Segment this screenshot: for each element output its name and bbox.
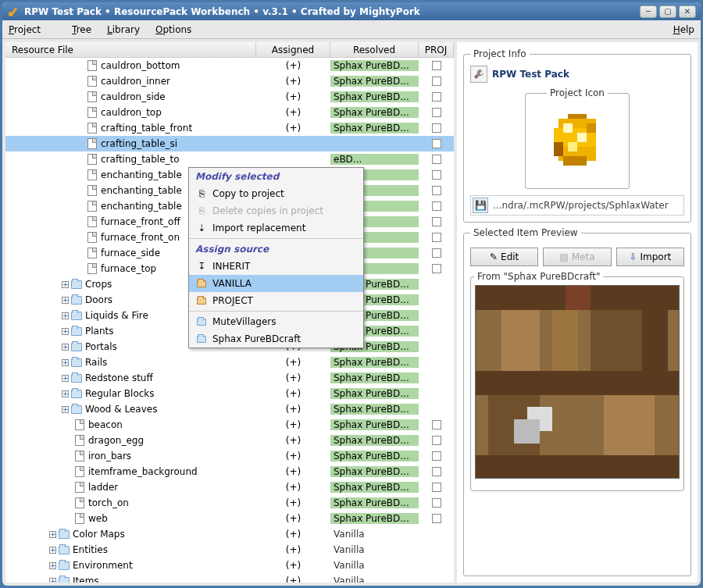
expand-icon[interactable]: + bbox=[62, 312, 69, 319]
col-assigned[interactable]: Assigned bbox=[256, 42, 330, 57]
expand-icon[interactable]: + bbox=[62, 344, 69, 351]
row-label: Wood & Leaves bbox=[85, 404, 157, 415]
expand-icon[interactable]: + bbox=[62, 328, 69, 335]
checkbox[interactable] bbox=[432, 201, 441, 211]
svg-rect-25 bbox=[552, 395, 591, 456]
table-row[interactable]: cauldron_top(+)Sphax PureBD... bbox=[5, 105, 454, 120]
table-row[interactable]: crafting_table_si bbox=[5, 136, 454, 151]
ctx-vanilla[interactable]: VANILLA bbox=[189, 275, 363, 292]
table-row[interactable]: crafting_table_front(+)Sphax PureBD... bbox=[5, 120, 454, 136]
table-row[interactable]: +Rails(+)Sphax PureBD... bbox=[5, 355, 454, 370]
cell-resolved: Sphax PureBD... bbox=[330, 513, 419, 524]
checkbox[interactable] bbox=[432, 248, 441, 258]
table-row[interactable]: +Color Maps(+)Vanilla bbox=[5, 526, 454, 542]
folder-icon bbox=[59, 529, 70, 540]
expand-icon[interactable]: + bbox=[62, 359, 69, 366]
expand-icon[interactable]: + bbox=[49, 547, 56, 554]
col-resource[interactable]: Resource File bbox=[5, 42, 256, 57]
ctx-copy[interactable]: ⎘Copy to project bbox=[189, 185, 363, 202]
expand-icon[interactable]: + bbox=[62, 375, 69, 382]
checkbox[interactable] bbox=[432, 61, 441, 70]
import-button[interactable]: ⇩Import bbox=[616, 248, 684, 266]
table-row[interactable]: crafting_table_toeBD... bbox=[5, 151, 454, 167]
table-row[interactable]: web(+)Sphax PureBD... bbox=[5, 511, 454, 526]
expand-icon[interactable]: + bbox=[62, 406, 69, 413]
col-proj[interactable]: PROJ bbox=[419, 42, 454, 57]
cell-assigned: (+) bbox=[256, 123, 330, 134]
menu-tree[interactable]: Tree bbox=[72, 24, 91, 35]
checkbox[interactable] bbox=[432, 92, 441, 102]
checkbox[interactable] bbox=[432, 467, 441, 476]
checkbox[interactable] bbox=[432, 217, 441, 226]
table-row[interactable]: cauldron_inner(+)Sphax PureBD... bbox=[5, 73, 454, 89]
expand-icon[interactable]: + bbox=[62, 390, 69, 397]
checkbox[interactable] bbox=[432, 514, 441, 523]
checkbox[interactable] bbox=[432, 233, 441, 242]
checkbox[interactable] bbox=[432, 420, 441, 429]
menu-library[interactable]: Library bbox=[107, 24, 140, 35]
table-row[interactable]: +Environment(+)Vanilla bbox=[5, 558, 454, 573]
table-row[interactable]: itemframe_background(+)Sphax PureBD... bbox=[5, 464, 454, 479]
expand-icon[interactable]: + bbox=[62, 281, 69, 288]
expand-icon[interactable]: + bbox=[49, 531, 56, 538]
table-row[interactable]: +Redstone stuff(+)Sphax PureBD... bbox=[5, 370, 454, 386]
edit-button[interactable]: ✎Edit bbox=[470, 248, 538, 266]
cell-proj bbox=[419, 483, 454, 492]
table-row[interactable]: iron_bars(+)Sphax PureBD... bbox=[5, 448, 454, 464]
expand-icon[interactable]: + bbox=[49, 562, 56, 569]
row-label: crafting_table_to bbox=[101, 154, 180, 165]
col-resolved[interactable]: Resolved bbox=[330, 42, 419, 57]
cell-assigned: (+) bbox=[256, 482, 330, 493]
table-row[interactable]: dragon_egg(+)Sphax PureBD... bbox=[5, 433, 454, 448]
ctx-import[interactable]: ⇣Import replacement bbox=[189, 219, 363, 237]
cell-proj bbox=[419, 436, 454, 445]
checkbox[interactable] bbox=[432, 436, 441, 445]
checkbox[interactable] bbox=[432, 155, 441, 164]
maximize-button[interactable]: ▢ bbox=[659, 5, 676, 18]
menu-options[interactable]: Options bbox=[155, 24, 191, 35]
menubar: Project Tree Library Options Help bbox=[2, 20, 701, 39]
checkbox[interactable] bbox=[432, 139, 441, 148]
table-row[interactable]: torch_on(+)Sphax PureBD... bbox=[5, 495, 454, 511]
table-row[interactable]: +Items(+)Vanilla bbox=[5, 573, 454, 583]
svg-rect-7 bbox=[563, 156, 587, 166]
expand-icon[interactable]: + bbox=[49, 578, 56, 583]
checkbox[interactable] bbox=[432, 77, 441, 86]
minimize-button[interactable]: ─ bbox=[640, 5, 657, 18]
table-row[interactable]: +Regular Blocks(+)Sphax PureBD... bbox=[5, 386, 454, 401]
close-button[interactable]: ✕ bbox=[679, 5, 696, 18]
checkbox[interactable] bbox=[432, 498, 441, 508]
folder-icon bbox=[59, 576, 70, 583]
table-row[interactable]: cauldron_bottom(+)Sphax PureBD... bbox=[5, 58, 454, 73]
svg-rect-23 bbox=[514, 419, 540, 444]
menu-help[interactable]: Help bbox=[673, 24, 694, 35]
menu-project[interactable]: Project bbox=[9, 24, 56, 35]
checkbox[interactable] bbox=[432, 123, 441, 133]
cell-proj bbox=[419, 498, 454, 508]
table-row[interactable]: +Entities(+)Vanilla bbox=[5, 542, 454, 558]
checkbox[interactable] bbox=[432, 264, 441, 273]
app-icon bbox=[7, 5, 20, 18]
ctx-project[interactable]: PROJECT bbox=[189, 292, 363, 309]
ctx-mutevillagers[interactable]: MuteVillagers bbox=[189, 313, 363, 330]
file-icon bbox=[87, 123, 98, 134]
folder-icon bbox=[59, 560, 70, 571]
preview-legend: Selected Item Preview bbox=[470, 227, 581, 238]
expand-icon[interactable]: + bbox=[62, 297, 69, 304]
project-icon bbox=[195, 294, 208, 307]
file-icon bbox=[74, 497, 85, 508]
checkbox[interactable] bbox=[432, 108, 441, 117]
checkbox[interactable] bbox=[432, 451, 441, 461]
table-row[interactable]: ladder(+)Sphax PureBD... bbox=[5, 479, 454, 495]
row-label: cauldron_bottom bbox=[101, 60, 180, 71]
table-row[interactable]: +Wood & Leaves(+)Sphax PureBD... bbox=[5, 401, 454, 417]
table-row[interactable]: beacon(+)Sphax PureBD... bbox=[5, 417, 454, 433]
checkbox[interactable] bbox=[432, 186, 441, 195]
ctx-inherit[interactable]: ↧INHERIT bbox=[189, 258, 363, 275]
ctx-sphax[interactable]: Sphax PureBDcraft bbox=[189, 330, 363, 347]
checkbox[interactable] bbox=[432, 483, 441, 492]
file-icon bbox=[87, 216, 98, 227]
project-path-row[interactable]: 💾 ...ndra/.mcRPW/projects/SphlaxWater bbox=[470, 195, 684, 216]
table-row[interactable]: cauldron_side(+)Sphax PureBD... bbox=[5, 89, 454, 105]
checkbox[interactable] bbox=[432, 170, 441, 180]
